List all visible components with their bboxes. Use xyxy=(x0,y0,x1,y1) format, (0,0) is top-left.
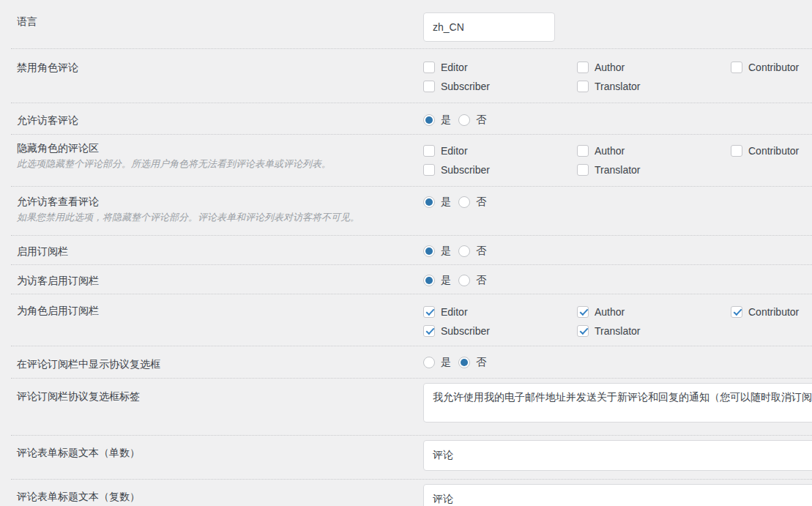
role-label: Subscriber xyxy=(441,164,490,176)
editor-checkbox-option[interactable]: Editor xyxy=(423,306,577,318)
translator-checkbox-option[interactable]: Translator xyxy=(577,325,731,337)
setting-label: 在评论订阅栏中显示协议复选框 xyxy=(17,357,406,371)
author-checkbox-option[interactable]: Author xyxy=(577,62,731,73)
radio-label: 是 xyxy=(441,274,451,287)
yes-radio-option[interactable]: 是 xyxy=(423,356,451,369)
editor-checkbox[interactable] xyxy=(423,62,435,73)
control-cell xyxy=(423,480,812,506)
contributor-checkbox-option[interactable]: Contributor xyxy=(731,306,812,318)
no-radio-option[interactable]: 否 xyxy=(458,356,486,369)
settings-row-disable-comment-roles: 禁用角色评论 Editor Author Contributor Subscri… xyxy=(11,49,812,103)
role-label: Translator xyxy=(595,325,641,337)
yes-radio-option[interactable]: 是 xyxy=(423,196,451,209)
setting-label: 评论表单标题文本（复数） xyxy=(17,489,406,504)
no-radio[interactable] xyxy=(458,196,470,208)
subscriber-checkbox[interactable] xyxy=(423,325,435,337)
label-cell: 评论表单标题文本（单数） xyxy=(11,436,423,479)
yes-radio-option[interactable]: 是 xyxy=(423,245,451,258)
no-radio-option[interactable]: 否 xyxy=(458,114,486,127)
role-label: Contributor xyxy=(748,306,799,318)
translator-checkbox-option[interactable]: Translator xyxy=(577,164,731,176)
contributor-checkbox[interactable] xyxy=(731,306,742,318)
yes-radio[interactable] xyxy=(423,357,435,368)
contributor-checkbox-option[interactable]: Contributor xyxy=(731,145,812,157)
radio-label: 是 xyxy=(441,356,451,369)
role-label: Author xyxy=(595,145,625,157)
role-label: Contributor xyxy=(748,145,799,157)
yes-radio[interactable] xyxy=(423,114,435,126)
role-label: Author xyxy=(595,306,625,318)
language-input[interactable] xyxy=(423,12,555,42)
comment-form-title-singular-input[interactable] xyxy=(423,440,812,471)
yes-radio-option[interactable]: 是 xyxy=(423,274,451,287)
author-checkbox[interactable] xyxy=(577,62,589,73)
author-checkbox-option[interactable]: Author xyxy=(577,145,731,157)
no-radio[interactable] xyxy=(458,245,470,257)
role-label: Subscriber xyxy=(441,325,490,337)
comments-settings-form: 语言 禁用角色评论 Editor Author Contributor Subs… xyxy=(0,0,812,506)
control-cell: 是 否 xyxy=(423,236,812,264)
role-label: Editor xyxy=(441,145,468,157)
author-checkbox[interactable] xyxy=(577,145,589,157)
contributor-checkbox-option[interactable]: Contributor xyxy=(731,62,812,73)
role-label: Translator xyxy=(595,164,641,176)
no-radio-option[interactable]: 否 xyxy=(458,245,486,258)
no-radio[interactable] xyxy=(458,357,470,368)
label-cell: 为角色启用订阅栏 xyxy=(11,294,423,346)
settings-row-show-agreement-checkbox: 在评论订阅栏中显示协议复选框 是 否 xyxy=(11,346,812,379)
control-cell xyxy=(423,436,812,479)
yes-radio[interactable] xyxy=(423,196,435,208)
subscriber-checkbox-option[interactable]: Subscriber xyxy=(423,164,577,176)
show-agreement-radio-group: 是 否 xyxy=(423,356,812,369)
control-cell: Editor Author Contributor Subscriber Tra… xyxy=(423,294,812,346)
settings-row-language: 语言 xyxy=(11,0,812,49)
label-cell: 启用订阅栏 xyxy=(11,236,423,264)
yes-radio[interactable] xyxy=(423,275,435,286)
subscriber-checkbox-option[interactable]: Subscriber xyxy=(423,81,577,92)
editor-checkbox[interactable] xyxy=(423,145,435,157)
no-radio-option[interactable]: 否 xyxy=(458,274,486,287)
role-label: Editor xyxy=(441,62,468,73)
no-radio[interactable] xyxy=(458,114,470,126)
control-cell: Editor Author Contributor Subscriber Tra… xyxy=(423,135,812,186)
editor-checkbox[interactable] xyxy=(423,306,435,318)
role-label: Contributor xyxy=(748,62,799,73)
settings-row-enable-subscription-bar-guests: 为访客启用订阅栏 是 否 xyxy=(11,265,812,294)
subscriber-checkbox[interactable] xyxy=(423,164,435,176)
comment-form-title-plural-input[interactable] xyxy=(423,484,812,506)
settings-row-enable-subscription-bar: 启用订阅栏 是 否 xyxy=(11,236,812,265)
label-cell: 允许访客查看评论 如果您禁用此选项，将隐藏整个评论部分。评论表单和评论列表对访客… xyxy=(11,187,423,235)
editor-checkbox-option[interactable]: Editor xyxy=(423,62,577,73)
guest-subscription-radio-group: 是 否 xyxy=(423,274,812,287)
translator-checkbox[interactable] xyxy=(577,325,589,337)
contributor-checkbox[interactable] xyxy=(731,62,742,73)
role-label: Author xyxy=(595,62,625,73)
setting-description: 如果您禁用此选项，将隐藏整个评论部分。评论表单和评论列表对访客将不可见。 xyxy=(17,211,406,225)
author-checkbox-option[interactable]: Author xyxy=(577,306,731,318)
no-radio-option[interactable]: 否 xyxy=(458,196,486,209)
radio-label: 否 xyxy=(476,245,486,258)
translator-checkbox-option[interactable]: Translator xyxy=(577,81,731,92)
enable-subscription-radio-group: 是 否 xyxy=(423,245,812,258)
translator-checkbox[interactable] xyxy=(577,164,589,176)
settings-row-allow-guest-view-comments: 允许访客查看评论 如果您禁用此选项，将隐藏整个评论部分。评论表单和评论列表对访客… xyxy=(11,187,812,236)
settings-row-hide-comments-for-roles: 隐藏角色的评论区 此选项隐藏整个评论部分。所选用户角色将无法看到评论表单或评论列… xyxy=(11,135,812,187)
control-cell: Editor Author Contributor Subscriber Tra… xyxy=(423,49,812,103)
contributor-checkbox[interactable] xyxy=(731,145,742,157)
editor-checkbox-option[interactable]: Editor xyxy=(423,145,577,157)
setting-label: 语言 xyxy=(17,14,406,29)
label-cell: 禁用角色评论 xyxy=(11,49,423,103)
label-cell: 评论表单标题文本（复数） xyxy=(11,480,423,506)
translator-checkbox[interactable] xyxy=(577,81,589,92)
allow-guest-view-radio-group: 是 否 xyxy=(423,196,812,209)
yes-radio[interactable] xyxy=(423,245,435,257)
subscriber-checkbox[interactable] xyxy=(423,81,435,92)
no-radio[interactable] xyxy=(458,275,470,286)
radio-label: 否 xyxy=(476,114,486,127)
settings-row-enable-subscription-bar-roles: 为角色启用订阅栏 Editor Author Contributor Subsc… xyxy=(11,294,812,346)
setting-label: 评论订阅栏协议复选框标签 xyxy=(17,389,406,403)
agreement-label-textarea[interactable]: 我允许使用我的电子邮件地址并发送关于新评论和回复的通知（您可以随时取消订阅） xyxy=(423,383,812,423)
yes-radio-option[interactable]: 是 xyxy=(423,114,451,127)
author-checkbox[interactable] xyxy=(577,306,589,318)
subscriber-checkbox-option[interactable]: Subscriber xyxy=(423,325,577,337)
